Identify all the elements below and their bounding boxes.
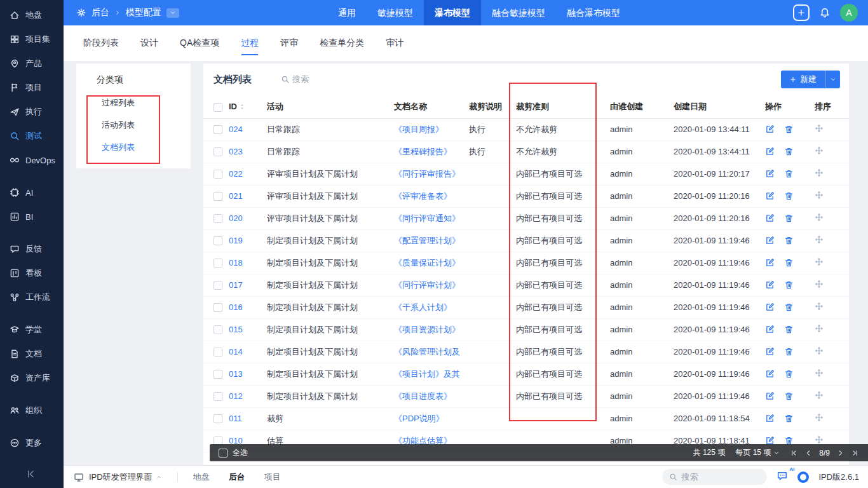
doc-link[interactable]: 《同行评审报告》 — [394, 169, 460, 179]
sidebar-item-program[interactable]: 项目集 — [0, 27, 64, 51]
sidebar-item-project[interactable]: 项目 — [0, 76, 64, 100]
row-checkbox[interactable] — [214, 325, 222, 334]
sidebar-item-dashboard[interactable]: 地盘 — [0, 3, 64, 27]
row-id[interactable]: 024 — [229, 118, 267, 140]
drag-handle[interactable] — [815, 302, 824, 311]
category-item-doc-list[interactable]: 文档列表 — [76, 136, 191, 158]
sidebar-item-ai[interactable]: AI — [0, 180, 64, 205]
prev-page-button[interactable] — [804, 449, 812, 457]
row-checkbox[interactable] — [214, 281, 222, 290]
row-checkbox[interactable] — [214, 259, 222, 268]
edit-button[interactable] — [765, 325, 775, 334]
table-search-toggle[interactable]: 搜索 — [281, 74, 309, 85]
edit-button[interactable] — [765, 302, 775, 312]
new-button-main[interactable]: 新建 — [781, 71, 825, 88]
row-id[interactable]: 011 — [229, 407, 267, 430]
topbar-tab-waterfall-plus[interactable]: 融合瀑布模型 — [556, 0, 631, 25]
edit-button[interactable] — [765, 280, 775, 290]
row-checkbox[interactable] — [214, 414, 222, 423]
row-id[interactable]: 015 — [229, 318, 267, 341]
subtab-process[interactable]: 过程 — [241, 37, 259, 49]
delete-button[interactable] — [784, 236, 794, 245]
drag-handle[interactable] — [815, 191, 824, 200]
workspace-switcher[interactable]: IPD研发管理界面 — [89, 471, 153, 483]
subtab-design[interactable]: 设计 — [140, 37, 158, 49]
row-checkbox[interactable] — [214, 170, 222, 179]
sidebar-item-qa[interactable]: 测试 — [0, 124, 64, 148]
select-all-label[interactable]: 全选 — [233, 447, 248, 458]
edit-button[interactable] — [765, 214, 775, 223]
drag-handle[interactable] — [815, 346, 824, 355]
edit-button[interactable] — [765, 347, 775, 356]
delete-button[interactable] — [784, 258, 794, 268]
delete-button[interactable] — [784, 391, 794, 401]
row-id[interactable]: 016 — [229, 296, 267, 318]
drag-handle[interactable] — [815, 280, 824, 288]
doc-link[interactable]: 《干系人计划》 — [394, 302, 452, 312]
drag-handle[interactable] — [815, 413, 824, 422]
subtab-stage-list[interactable]: 阶段列表 — [83, 37, 119, 49]
doc-link[interactable]: 《项目计划》及其 — [394, 369, 460, 379]
delete-button[interactable] — [784, 214, 794, 223]
sidebar-item-more[interactable]: 更多 — [0, 431, 64, 455]
drag-handle[interactable] — [815, 435, 824, 444]
drag-handle[interactable] — [815, 257, 824, 266]
avatar[interactable]: A — [840, 4, 858, 22]
row-id[interactable]: 012 — [229, 385, 267, 407]
category-item-activity-list[interactable]: 活动列表 — [76, 114, 191, 136]
row-id[interactable]: 021 — [229, 185, 267, 207]
sidebar-item-doc[interactable]: 文档 — [0, 342, 64, 366]
sidebar-item-execution[interactable]: 执行 — [0, 100, 64, 124]
edit-button[interactable] — [765, 169, 775, 179]
doc-link[interactable]: 《项目周报》 — [394, 125, 444, 134]
edit-button[interactable] — [765, 191, 775, 201]
row-checkbox[interactable] — [214, 147, 222, 156]
doc-link[interactable]: 《同行评审通知》 — [394, 214, 460, 223]
app-logo-icon[interactable] — [797, 471, 809, 483]
row-checkbox[interactable] — [214, 192, 222, 201]
edit-button[interactable] — [765, 414, 775, 423]
header-select-checkbox[interactable] — [214, 103, 222, 112]
topbar-tab-general[interactable]: 通用 — [327, 0, 367, 25]
sidebar-item-asset[interactable]: 资产库 — [0, 366, 64, 390]
drag-handle[interactable] — [815, 146, 824, 155]
sidebar-item-kanban[interactable]: 看板 — [0, 261, 64, 285]
sidebar-item-learn[interactable]: 学堂 — [0, 318, 64, 342]
row-checkbox[interactable] — [214, 236, 222, 245]
next-page-button[interactable] — [837, 449, 844, 457]
sidebar-item-org[interactable]: 组织 — [0, 398, 64, 423]
row-id[interactable]: 023 — [229, 140, 267, 163]
sidebar-collapse-button[interactable] — [0, 460, 64, 488]
doc-link[interactable]: 《评审准备表》 — [394, 191, 452, 201]
breadcrumb-app[interactable]: 后台 — [92, 7, 109, 18]
edit-button[interactable] — [765, 125, 775, 134]
topbar-tab-agile[interactable]: 敏捷模型 — [367, 0, 424, 25]
row-id[interactable]: 017 — [229, 274, 267, 296]
delete-button[interactable] — [784, 147, 794, 156]
quick-add-button[interactable] — [793, 4, 810, 21]
category-item-process-list[interactable]: 过程列表 — [76, 92, 191, 114]
row-checkbox[interactable] — [214, 392, 222, 401]
footer-nav-dashboard[interactable]: 地盘 — [193, 471, 210, 483]
delete-button[interactable] — [784, 369, 794, 379]
delete-button[interactable] — [784, 414, 794, 423]
model-config-dropdown[interactable] — [166, 8, 179, 18]
doc-link[interactable]: 《同行评审计划》 — [394, 280, 460, 290]
drag-handle[interactable] — [815, 391, 824, 400]
drag-handle[interactable] — [815, 124, 824, 133]
doc-link[interactable]: 《风险管理计划及 — [394, 347, 460, 356]
column-header-id[interactable]: ID — [229, 95, 267, 118]
row-checkbox[interactable] — [214, 348, 222, 356]
doc-link[interactable]: 《里程碑报告》 — [394, 147, 452, 156]
sidebar-item-feedback[interactable]: 反馈 — [0, 237, 64, 261]
delete-button[interactable] — [784, 347, 794, 356]
edit-button[interactable] — [765, 236, 775, 245]
subtab-checklist-category[interactable]: 检查单分类 — [320, 37, 364, 49]
doc-link[interactable]: 《PDP说明》 — [394, 414, 444, 423]
per-page-select[interactable]: 每页 15 项 — [735, 447, 780, 458]
row-checkbox[interactable] — [214, 125, 222, 134]
row-id[interactable]: 019 — [229, 229, 267, 252]
row-id[interactable]: 014 — [229, 341, 267, 363]
doc-link[interactable]: 《项目进度表》 — [394, 391, 452, 401]
sidebar-item-product[interactable]: 产品 — [0, 51, 64, 76]
